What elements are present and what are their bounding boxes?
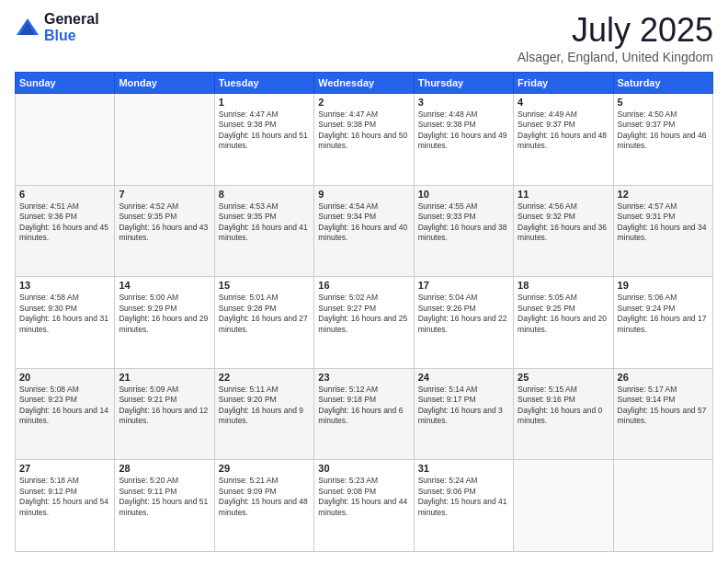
table-row: 15Sunrise: 5:01 AM Sunset: 9:28 PM Dayli…: [214, 277, 313, 369]
day-info: Sunrise: 5:05 AM Sunset: 9:25 PM Dayligh…: [518, 293, 609, 335]
calendar-week-row: 1Sunrise: 4:47 AM Sunset: 9:38 PM Daylig…: [16, 94, 713, 186]
table-row: 21Sunrise: 5:09 AM Sunset: 9:21 PM Dayli…: [115, 368, 214, 460]
day-number: 25: [518, 372, 609, 383]
month-title: July 2025: [518, 11, 713, 50]
table-row: 16Sunrise: 5:02 AM Sunset: 9:27 PM Dayli…: [314, 277, 414, 369]
table-row: 9Sunrise: 4:54 AM Sunset: 9:34 PM Daylig…: [314, 185, 414, 277]
day-number: 7: [119, 189, 210, 200]
day-number: 5: [618, 97, 709, 108]
day-number: 31: [418, 463, 509, 474]
day-number: 22: [219, 372, 310, 383]
day-number: 3: [418, 97, 509, 108]
table-row: 26Sunrise: 5:17 AM Sunset: 9:14 PM Dayli…: [613, 368, 712, 460]
day-info: Sunrise: 5:23 AM Sunset: 9:08 PM Dayligh…: [318, 476, 409, 518]
table-row: 28Sunrise: 5:20 AM Sunset: 9:11 PM Dayli…: [115, 460, 214, 552]
table-row: 31Sunrise: 5:24 AM Sunset: 9:06 PM Dayli…: [414, 460, 513, 552]
header: General Blue July 2025 Alsager, England,…: [15, 11, 713, 64]
day-info: Sunrise: 5:06 AM Sunset: 9:24 PM Dayligh…: [618, 293, 709, 335]
day-info: Sunrise: 4:57 AM Sunset: 9:31 PM Dayligh…: [618, 201, 709, 244]
table-row: [16, 94, 115, 186]
day-info: Sunrise: 5:11 AM Sunset: 9:20 PM Dayligh…: [219, 385, 310, 427]
day-info: Sunrise: 5:00 AM Sunset: 9:29 PM Dayligh…: [119, 293, 210, 335]
col-tuesday: Tuesday: [214, 73, 313, 94]
day-number: 27: [19, 463, 110, 474]
day-number: 2: [318, 97, 409, 108]
day-number: 17: [418, 280, 509, 291]
day-info: Sunrise: 5:15 AM Sunset: 9:16 PM Dayligh…: [518, 385, 609, 427]
day-info: Sunrise: 5:17 AM Sunset: 9:14 PM Dayligh…: [618, 385, 709, 427]
table-row: 19Sunrise: 5:06 AM Sunset: 9:24 PM Dayli…: [613, 277, 712, 369]
day-number: 4: [518, 97, 609, 108]
day-number: 6: [19, 189, 110, 200]
col-friday: Friday: [514, 73, 613, 94]
col-wednesday: Wednesday: [314, 73, 414, 94]
logo-text: General Blue: [44, 11, 99, 43]
day-info: Sunrise: 4:50 AM Sunset: 9:37 PM Dayligh…: [618, 109, 709, 152]
day-number: 26: [618, 372, 709, 383]
day-number: 16: [318, 280, 409, 291]
table-row: 4Sunrise: 4:49 AM Sunset: 9:37 PM Daylig…: [514, 94, 613, 186]
day-info: Sunrise: 5:12 AM Sunset: 9:18 PM Dayligh…: [318, 385, 409, 427]
day-info: Sunrise: 4:55 AM Sunset: 9:33 PM Dayligh…: [418, 201, 509, 244]
table-row: 25Sunrise: 5:15 AM Sunset: 9:16 PM Dayli…: [514, 368, 613, 460]
table-row: 18Sunrise: 5:05 AM Sunset: 9:25 PM Dayli…: [514, 277, 613, 369]
calendar-header-row: Sunday Monday Tuesday Wednesday Thursday…: [16, 73, 713, 94]
day-number: 30: [318, 463, 409, 474]
day-info: Sunrise: 4:53 AM Sunset: 9:35 PM Dayligh…: [219, 201, 310, 244]
day-number: 29: [219, 463, 310, 474]
day-number: 21: [119, 372, 210, 383]
logo: General Blue: [15, 11, 99, 43]
day-info: Sunrise: 4:52 AM Sunset: 9:35 PM Dayligh…: [119, 201, 210, 244]
day-info: Sunrise: 5:02 AM Sunset: 9:27 PM Dayligh…: [318, 293, 409, 335]
table-row: [115, 94, 214, 186]
calendar-table: Sunday Monday Tuesday Wednesday Thursday…: [15, 72, 713, 552]
table-row: 2Sunrise: 4:47 AM Sunset: 9:38 PM Daylig…: [314, 94, 414, 186]
calendar-week-row: 20Sunrise: 5:08 AM Sunset: 9:23 PM Dayli…: [16, 368, 713, 460]
logo-icon: [15, 15, 40, 40]
day-number: 14: [119, 280, 210, 291]
table-row: 23Sunrise: 5:12 AM Sunset: 9:18 PM Dayli…: [314, 368, 414, 460]
page: General Blue July 2025 Alsager, England,…: [0, 0, 728, 563]
table-row: 20Sunrise: 5:08 AM Sunset: 9:23 PM Dayli…: [16, 368, 115, 460]
day-info: Sunrise: 5:01 AM Sunset: 9:28 PM Dayligh…: [219, 293, 310, 335]
logo-blue: Blue: [44, 28, 99, 44]
day-info: Sunrise: 4:47 AM Sunset: 9:38 PM Dayligh…: [219, 109, 310, 152]
table-row: 5Sunrise: 4:50 AM Sunset: 9:37 PM Daylig…: [613, 94, 712, 186]
day-info: Sunrise: 4:48 AM Sunset: 9:38 PM Dayligh…: [418, 109, 509, 152]
table-row: 6Sunrise: 4:51 AM Sunset: 9:36 PM Daylig…: [16, 185, 115, 277]
day-info: Sunrise: 4:56 AM Sunset: 9:32 PM Dayligh…: [518, 201, 609, 244]
day-number: 1: [219, 97, 310, 108]
col-saturday: Saturday: [613, 73, 712, 94]
day-info: Sunrise: 4:51 AM Sunset: 9:36 PM Dayligh…: [19, 201, 110, 244]
day-info: Sunrise: 4:54 AM Sunset: 9:34 PM Dayligh…: [318, 201, 409, 244]
day-info: Sunrise: 5:08 AM Sunset: 9:23 PM Dayligh…: [19, 385, 110, 427]
day-info: Sunrise: 5:14 AM Sunset: 9:17 PM Dayligh…: [418, 385, 509, 427]
calendar-week-row: 6Sunrise: 4:51 AM Sunset: 9:36 PM Daylig…: [16, 185, 713, 277]
calendar-week-row: 27Sunrise: 5:18 AM Sunset: 9:12 PM Dayli…: [16, 460, 713, 552]
day-number: 19: [618, 280, 709, 291]
day-number: 18: [518, 280, 609, 291]
table-row: 8Sunrise: 4:53 AM Sunset: 9:35 PM Daylig…: [214, 185, 313, 277]
table-row: 11Sunrise: 4:56 AM Sunset: 9:32 PM Dayli…: [514, 185, 613, 277]
table-row: [613, 460, 712, 552]
table-row: 22Sunrise: 5:11 AM Sunset: 9:20 PM Dayli…: [214, 368, 313, 460]
day-number: 23: [318, 372, 409, 383]
day-info: Sunrise: 5:04 AM Sunset: 9:26 PM Dayligh…: [418, 293, 509, 335]
day-number: 12: [618, 189, 709, 200]
table-row: 12Sunrise: 4:57 AM Sunset: 9:31 PM Dayli…: [613, 185, 712, 277]
table-row: [514, 460, 613, 552]
table-row: 27Sunrise: 5:18 AM Sunset: 9:12 PM Dayli…: [16, 460, 115, 552]
table-row: 14Sunrise: 5:00 AM Sunset: 9:29 PM Dayli…: [115, 277, 214, 369]
day-number: 8: [219, 189, 310, 200]
title-block: July 2025 Alsager, England, United Kingd…: [518, 11, 713, 64]
calendar-week-row: 13Sunrise: 4:58 AM Sunset: 9:30 PM Dayli…: [16, 277, 713, 369]
col-thursday: Thursday: [414, 73, 513, 94]
day-info: Sunrise: 5:24 AM Sunset: 9:06 PM Dayligh…: [418, 476, 509, 518]
day-number: 20: [19, 372, 110, 383]
day-number: 24: [418, 372, 509, 383]
day-number: 15: [219, 280, 310, 291]
table-row: 13Sunrise: 4:58 AM Sunset: 9:30 PM Dayli…: [16, 277, 115, 369]
day-info: Sunrise: 4:47 AM Sunset: 9:38 PM Dayligh…: [318, 109, 409, 152]
day-info: Sunrise: 5:20 AM Sunset: 9:11 PM Dayligh…: [119, 476, 210, 518]
table-row: 30Sunrise: 5:23 AM Sunset: 9:08 PM Dayli…: [314, 460, 414, 552]
